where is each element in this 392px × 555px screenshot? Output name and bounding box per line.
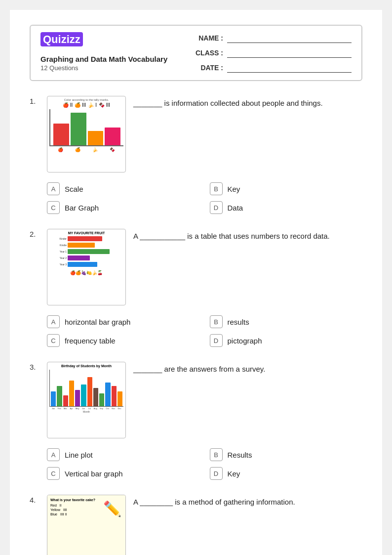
vbar-chart: Birthday of Students by Month xyxy=(47,362,125,438)
hbar-title: MY FAVOURITE FRUIT xyxy=(49,231,123,235)
answer-2a-text: horizontal bar graph xyxy=(65,318,130,326)
vbar-xlabel: Month xyxy=(49,410,123,413)
answer-2b-text: results xyxy=(228,318,249,326)
bar-2 xyxy=(71,113,86,145)
vbar-months: Jan Feb Mar Apr May Jun Jul Aug Sep Oct … xyxy=(49,407,123,410)
answer-2d: D pictograph xyxy=(210,334,363,347)
answer-1c-text: Bar Graph xyxy=(65,204,99,212)
question-2-block: 2. MY FAVOURITE FRUIT Kinder Kindie Year… xyxy=(30,229,362,347)
answer-3d-letter: D xyxy=(210,467,223,480)
answer-1b-letter: B xyxy=(210,182,223,195)
question-3-block: 3. Birthday of Students by Month xyxy=(30,362,362,480)
answer-3b: B Results xyxy=(210,448,363,461)
class-line xyxy=(227,48,352,58)
header-right: NAME : CLASS : DATE : xyxy=(194,33,352,73)
answer-1c-letter: C xyxy=(47,201,60,214)
question-3-image: Birthday of Students by Month xyxy=(47,362,126,438)
question-4-text: A ________ is a method of gathering info… xyxy=(133,495,362,508)
question-4-image: What is your favorite cake? Red II Yello… xyxy=(47,495,126,555)
answer-3c-text: Vertical bar graph xyxy=(65,470,123,478)
class-label: CLASS : xyxy=(194,49,223,57)
tally-sheet: What is your favorite cake? Red II Yello… xyxy=(47,495,125,555)
quiz-subtitle: 12 Questions xyxy=(40,64,167,72)
header-box: Quizizz Graphing and Data Math Vocabular… xyxy=(30,25,362,81)
answer-1a-letter: A xyxy=(47,182,60,195)
name-label: NAME : xyxy=(194,34,223,42)
answer-1b: B Key xyxy=(210,182,363,195)
question-1-block: 1. Color according to the tally marks. 🍎… xyxy=(30,96,362,214)
hbar-bar-2 xyxy=(68,243,95,248)
vbar-area xyxy=(49,370,123,407)
date-field-row: DATE : xyxy=(194,63,352,73)
answer-3a: A Line plot xyxy=(47,448,200,461)
question-2-text: A ___________ is a table that uses numbe… xyxy=(133,229,362,242)
question-3-text: _______ are the answers from a survey. xyxy=(133,362,362,375)
pencil-icon: ✏️ xyxy=(103,500,121,517)
question-1-row: 1. Color according to the tally marks. 🍎… xyxy=(30,96,362,172)
vbar-title: Birthday of Students by Month xyxy=(49,364,123,368)
question-2-row: 2. MY FAVOURITE FRUIT Kinder Kindie Year… xyxy=(30,229,362,305)
question-3-answers: A Line plot B Results C Vertical bar gra… xyxy=(47,448,362,480)
question-1-image: Color according to the tally marks. 🍎 II… xyxy=(47,96,126,172)
hbar-bar-3 xyxy=(68,249,110,254)
question-1-text: _______ is information collected about p… xyxy=(133,96,362,109)
logo: Quizizz xyxy=(40,33,167,46)
question-2-image: MY FAVOURITE FRUIT Kinder Kindie Year 1 xyxy=(47,229,126,305)
bar-chart-area xyxy=(49,109,123,146)
answer-3b-text: Results xyxy=(228,451,252,459)
answer-1d-letter: D xyxy=(210,201,223,214)
answer-3c: C Vertical bar graph xyxy=(47,467,200,480)
tally-row: 🍎 II 🍊 III 🍌 I 🍫 III xyxy=(49,102,123,108)
fruit-bottom-icons: 🍎🍊🍇🍋🍌🍒 xyxy=(49,270,123,275)
answer-2a-letter: A xyxy=(47,315,60,328)
bar-1 xyxy=(53,124,69,145)
hbar-chart: MY FAVOURITE FRUIT Kinder Kindie Year 1 xyxy=(47,229,125,305)
answer-3a-letter: A xyxy=(47,448,60,461)
answer-2c-letter: C xyxy=(47,334,60,347)
date-label: DATE : xyxy=(194,64,223,72)
answer-1c: C Bar Graph xyxy=(47,201,200,214)
answer-1b-text: Key xyxy=(228,185,240,193)
hbar-bar-1 xyxy=(68,236,102,241)
hbar-row-4: Year 2 xyxy=(49,256,123,260)
answer-2d-letter: D xyxy=(210,334,223,347)
question-2-num: 2. xyxy=(30,229,39,238)
answer-3d: D Key xyxy=(210,467,363,480)
question-4-block: 4. What is your favorite cake? Red II Ye… xyxy=(30,495,362,555)
chart-q1: Color according to the tally marks. 🍎 II… xyxy=(47,96,125,172)
answer-1a: A Scale xyxy=(47,182,200,195)
hbar-row-3: Year 1 xyxy=(49,249,123,254)
answer-1a-text: Scale xyxy=(65,185,83,193)
answer-2b: B results xyxy=(210,315,363,328)
question-1-answers: A Scale B Key C Bar Graph D Data xyxy=(47,182,362,214)
question-3-row: 3. Birthday of Students by Month xyxy=(30,362,362,438)
hbar-bar-4 xyxy=(68,256,90,260)
name-line xyxy=(227,33,352,43)
answer-1d: D Data xyxy=(210,201,363,214)
answer-3d-text: Key xyxy=(228,470,240,478)
answer-3b-letter: B xyxy=(210,448,223,461)
question-2-answers: A horizontal bar graph B results C frequ… xyxy=(47,315,362,347)
answer-3c-letter: C xyxy=(47,467,60,480)
quiz-title: Graphing and Data Math Vocabulary xyxy=(40,55,167,63)
answer-2a: A horizontal bar graph xyxy=(47,315,200,328)
date-line xyxy=(227,63,352,73)
page: Quizizz Graphing and Data Math Vocabular… xyxy=(10,10,382,555)
logo-text: Quizizz xyxy=(40,32,83,46)
answer-2c: C frequency table xyxy=(47,334,200,347)
question-1-num: 1. xyxy=(30,96,39,105)
class-field-row: CLASS : xyxy=(194,48,352,58)
answer-2d-text: pictograph xyxy=(228,337,262,345)
hbar-row-1: Kinder xyxy=(49,236,123,241)
hbar-bar-5 xyxy=(68,262,97,267)
hbar-row-2: Kindie xyxy=(49,243,123,248)
header-left: Quizizz Graphing and Data Math Vocabular… xyxy=(40,33,167,72)
bar-3 xyxy=(88,131,104,145)
answer-1d-text: Data xyxy=(228,204,243,212)
fruit-icons: 🍎 🍊 🍌 🍫 xyxy=(49,147,123,152)
question-4-row: 4. What is your favorite cake? Red II Ye… xyxy=(30,495,362,555)
chart-q1-title: Color according to the tally marks. xyxy=(49,98,123,101)
answer-2c-text: frequency table xyxy=(65,337,116,345)
name-field-row: NAME : xyxy=(194,33,352,43)
question-3-num: 3. xyxy=(30,362,39,371)
